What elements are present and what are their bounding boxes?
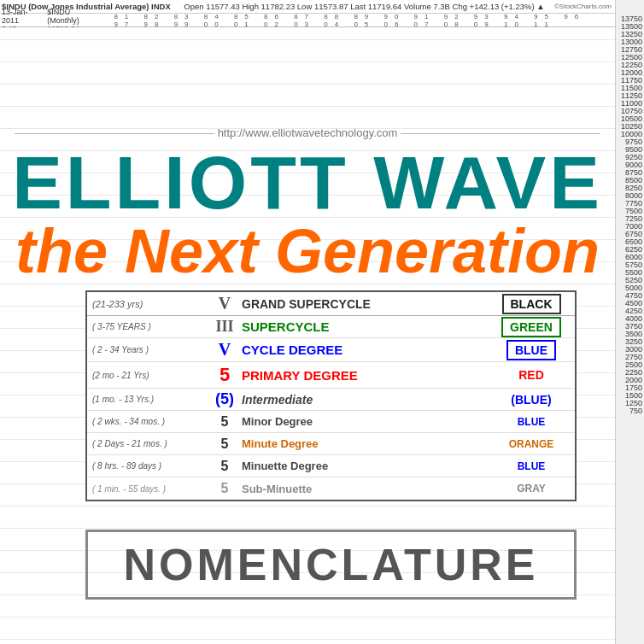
date-bar: 13-Jan-2011 2:43pm $INDU (Monthly) 11719… [0, 14, 615, 27]
years-col: (1 mo. - 13 Yrs.) [92, 395, 208, 404]
wave-name: PRIMARY DEGREE [242, 368, 493, 383]
grid-line [0, 84, 615, 85]
years-col: (21-233 yrs) [92, 299, 208, 309]
table-row: (2 mo - 21 Yrs) 5 PRIMARY DEGREE RED [87, 362, 575, 389]
website-url: http://www.elliotwavetechnology.com [218, 126, 398, 139]
wave-table: (21-233 yrs) V GRAND SUPERCYCLE BLACK ( … [85, 290, 577, 501]
color-badge: BLACK [502, 294, 561, 314]
table-row: ( 2 wks. - 34 mos. ) 5 Minor Degree BLUE [87, 411, 575, 433]
years-col: ( 2 - 34 Years ) [92, 345, 208, 354]
grid-line [0, 528, 615, 529]
years-col: (2 mo - 21 Yrs) [92, 371, 208, 380]
symbol-col: 5 [208, 436, 242, 452]
symbol-col: 5 [208, 459, 242, 474]
symbol-col: V [208, 294, 242, 313]
price-label: 750 [616, 407, 644, 415]
years-col: ( 1 min. - 55 days. ) [92, 484, 208, 494]
symbol-col: (5) [208, 390, 242, 408]
nomenclature-box: NOMENCLATURE [85, 530, 577, 600]
date-labels: 81 82 83 84 85 86 87 88 89 90 91 92 93 9… [114, 13, 615, 28]
subtitle-label: the Next Generation [15, 217, 600, 285]
wave-name: CYCLE DEGREE [242, 342, 493, 357]
grid-line [0, 506, 615, 506]
symbol-col: 5 [208, 414, 242, 430]
color-indicator: BLUE [493, 416, 570, 428]
color-indicator: (BLUE) [493, 393, 570, 407]
wave-name: SUPERCYCLE [242, 319, 493, 334]
stockcharts-credit: ©StockCharts.com [554, 3, 612, 10]
wave-name: Sub-Minuette [242, 483, 493, 495]
wave-name: GRAND SUPERCYCLE [242, 297, 493, 311]
table-row: (21-233 yrs) V GRAND SUPERCYCLE BLACK [87, 292, 575, 316]
grid-line [0, 106, 615, 107]
url-text: —————————————————— http://www.elliotwave… [0, 126, 615, 139]
grid-line [0, 639, 615, 640]
color-badge: BLUE [506, 340, 556, 360]
grid-line [0, 61, 615, 62]
wave-name: Intermediate [242, 393, 493, 407]
color-badge: GREEN [501, 317, 561, 337]
symbol-col: 5 [208, 481, 242, 496]
grid-line [0, 617, 615, 618]
color-indicator: BLACK [493, 297, 570, 311]
years-col: ( 2 Days - 21 mos. ) [92, 439, 208, 448]
wave-name: Minuette Degree [242, 460, 493, 472]
table-row: ( 2 Days - 21 mos. ) 5 Minute Degree ORA… [87, 433, 575, 455]
ohlc-data: Open 11577.43 High 11782.23 Low 11573.87… [174, 2, 554, 11]
grid-line [0, 39, 615, 40]
main-title: ELLIOTT WAVE [0, 145, 615, 220]
subtitle-text: the Next Generation [0, 220, 615, 282]
title-text: ELLIOTT WAVE [12, 140, 603, 225]
color-indicator: BLUE [493, 460, 570, 472]
wave-name: Minute Degree [242, 437, 493, 450]
table-row: ( 2 - 34 Years ) V CYCLE DEGREE BLUE [87, 338, 575, 362]
color-indicator: GREEN [493, 320, 570, 334]
table-row: ( 8 hrs. - 89 days ) 5 Minuette Degree B… [87, 455, 575, 477]
symbol-col: V [208, 340, 242, 360]
color-indicator: GRAY [493, 483, 570, 495]
color-indicator: ORANGE [493, 438, 570, 450]
years-col: ( 8 hrs. - 89 days ) [92, 461, 208, 471]
wave-name: Minor Degree [242, 415, 493, 428]
nomenclature-title: NOMENCLATURE [88, 539, 574, 590]
table-row: ( 1 min. - 55 days. ) 5 Sub-Minuette GRA… [87, 477, 575, 500]
table-row: ( 3-75 YEARS ) III SUPERCYCLE GREEN [87, 316, 575, 338]
color-indicator: BLUE [493, 343, 570, 357]
symbol-col: III [208, 318, 242, 336]
price-axis: 13750 13500 13250 13000 12750 12500 1225… [615, 0, 644, 644]
years-col: ( 3-75 YEARS ) [92, 322, 208, 331]
years-col: ( 2 wks. - 34 mos. ) [92, 417, 208, 426]
symbol-col: 5 [208, 364, 242, 386]
color-indicator: RED [493, 368, 570, 382]
table-row: (1 mo. - 13 Yrs.) (5) Intermediate (BLUE… [87, 389, 575, 411]
